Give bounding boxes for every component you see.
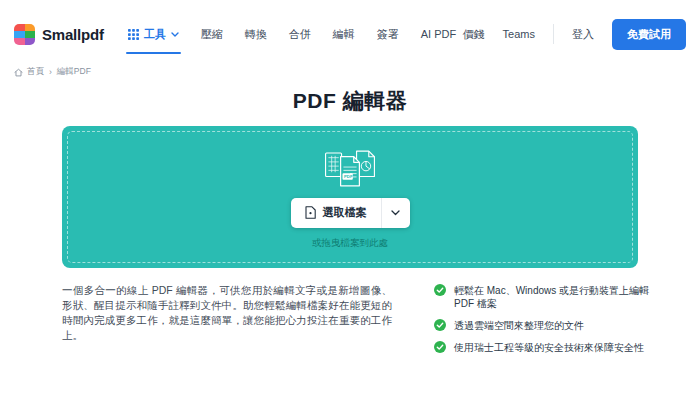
nav-divider bbox=[553, 24, 554, 44]
login-link[interactable]: 登入 bbox=[572, 21, 594, 48]
choose-file-label: 選取檔案 bbox=[323, 205, 367, 220]
main-nav: 工具 壓縮 轉換 合併 編輯 簽署 AI PDF bbox=[128, 21, 456, 48]
navbar-right: 價錢 Teams 登入 免費試用 bbox=[463, 19, 686, 50]
info-section: 一個多合一的線上 PDF 編輯器，可供您用於編輯文字或是新增圖像、形狀、醒目提示… bbox=[62, 283, 670, 354]
smallpdf-logo-icon bbox=[14, 24, 35, 45]
breadcrumb: 首頁 › 編輯PDF bbox=[0, 58, 700, 78]
nav-tools-menu[interactable]: 工具 bbox=[128, 21, 179, 48]
grid-icon bbox=[128, 29, 139, 40]
top-navbar: Smallpdf 工具 壓縮 轉換 合併 編輯 簽署 AI PDF 價錢 Tea… bbox=[0, 0, 700, 58]
free-trial-button[interactable]: 免費試用 bbox=[612, 19, 686, 50]
nav-item-sign[interactable]: 簽署 bbox=[377, 21, 399, 48]
chevron-down-icon bbox=[171, 32, 179, 37]
feature-item: 透過雲端空間來整理您的文件 bbox=[434, 319, 670, 332]
pdf-badge: PDF bbox=[344, 174, 353, 179]
check-circle-icon bbox=[434, 319, 446, 331]
choose-file-button[interactable]: 選取檔案 bbox=[291, 198, 381, 228]
files-illustration-icon: PDF bbox=[319, 145, 381, 191]
choose-file-split-button: 選取檔案 bbox=[291, 198, 410, 228]
check-circle-icon bbox=[434, 341, 446, 353]
file-dropzone[interactable]: PDF 選取檔案 或拖曳檔案到此處 bbox=[62, 126, 638, 268]
nav-tools-label: 工具 bbox=[144, 27, 166, 42]
nav-item-pricing[interactable]: 價錢 bbox=[463, 21, 485, 48]
breadcrumb-current: 編輯PDF bbox=[57, 66, 91, 78]
smallpdf-logo[interactable]: Smallpdf bbox=[14, 24, 104, 45]
nav-item-ai-pdf[interactable]: AI PDF bbox=[421, 22, 456, 46]
drag-drop-hint: 或拖曳檔案到此處 bbox=[312, 237, 388, 250]
feature-text: 使用瑞士工程等級的安全技術來保障安全性 bbox=[454, 341, 644, 354]
home-icon bbox=[14, 68, 23, 77]
feature-item: 輕鬆在 Mac、Windows 或是行動裝置上編輯 PDF 檔案 bbox=[434, 284, 670, 310]
check-circle-icon bbox=[434, 284, 446, 296]
chevron-down-icon bbox=[391, 210, 400, 216]
brand-name: Smallpdf bbox=[42, 26, 104, 43]
file-source-dropdown[interactable] bbox=[382, 198, 410, 228]
page-title: PDF 編輯器 bbox=[0, 87, 700, 115]
file-icon bbox=[305, 206, 316, 219]
feature-list: 輕鬆在 Mac、Windows 或是行動裝置上編輯 PDF 檔案 透過雲端空間來… bbox=[434, 283, 670, 354]
nav-item-compress[interactable]: 壓縮 bbox=[201, 21, 223, 48]
intro-paragraph: 一個多合一的線上 PDF 編輯器，可供您用於編輯文字或是新增圖像、形狀、醒目提示… bbox=[62, 283, 392, 354]
nav-item-edit[interactable]: 編輯 bbox=[333, 21, 355, 48]
feature-text: 透過雲端空間來整理您的文件 bbox=[454, 319, 584, 332]
breadcrumb-separator: › bbox=[49, 67, 52, 77]
breadcrumb-home-label: 首頁 bbox=[27, 66, 44, 78]
feature-text: 輕鬆在 Mac、Windows 或是行動裝置上編輯 PDF 檔案 bbox=[454, 284, 670, 310]
nav-item-teams[interactable]: Teams bbox=[503, 22, 535, 46]
breadcrumb-home-link[interactable]: 首頁 bbox=[14, 66, 44, 78]
feature-item: 使用瑞士工程等級的安全技術來保障安全性 bbox=[434, 341, 670, 354]
nav-item-convert[interactable]: 轉換 bbox=[245, 21, 267, 48]
nav-item-merge[interactable]: 合併 bbox=[289, 21, 311, 48]
